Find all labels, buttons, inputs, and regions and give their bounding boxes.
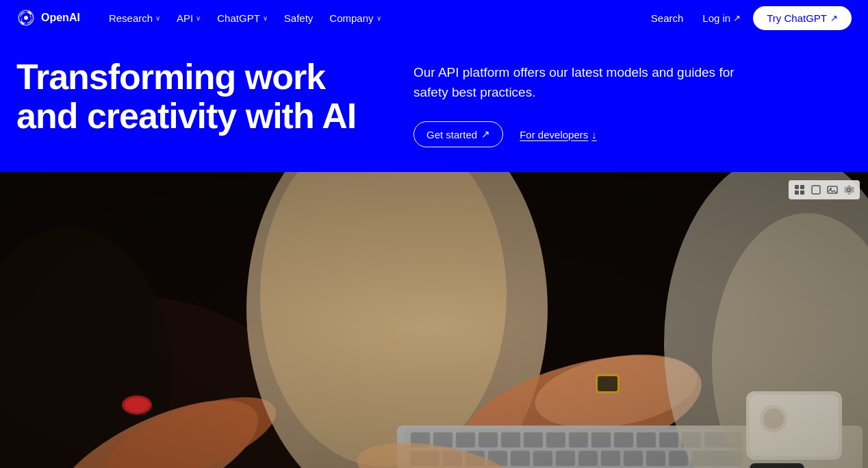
api-chevron-icon: ∨: [196, 14, 201, 22]
nav-company[interactable]: Company ∨: [322, 8, 387, 28]
svg-rect-80: [795, 190, 799, 195]
nav-links: Research ∨ API ∨ ChatGPT ∨ Safety Compan…: [102, 8, 622, 28]
hero-image-svg: [0, 172, 868, 468]
get-started-button[interactable]: Get started ↗: [413, 121, 503, 147]
toolbar-settings-icon[interactable]: [842, 183, 856, 197]
openai-logo-icon: [16, 8, 36, 27]
svg-rect-78: [795, 185, 799, 189]
image-toolbar: [789, 180, 860, 199]
hero-image: [0, 172, 868, 468]
svg-rect-77: [0, 172, 868, 468]
svg-point-0: [24, 16, 28, 20]
hero-left: Transforming work and creativity with AI: [16, 58, 372, 136]
nav-right: Search Log in ↗ Try ChatGPT ↗: [644, 6, 852, 30]
svg-rect-82: [812, 186, 820, 194]
for-devs-arrow-icon: ↓: [591, 129, 597, 140]
try-arrow-icon: ↗: [830, 13, 838, 23]
nav-research[interactable]: Research ∨: [102, 8, 167, 28]
search-button[interactable]: Search: [644, 8, 691, 28]
hero-title: Transforming work and creativity with AI: [16, 58, 372, 136]
for-developers-button[interactable]: For developers ↓: [520, 129, 597, 140]
hero-buttons: Get started ↗ For developers ↓: [413, 121, 824, 147]
svg-rect-79: [800, 185, 804, 189]
hero-description: Our API platform offers our latest model…: [413, 63, 769, 102]
login-arrow-icon: ↗: [733, 13, 741, 23]
logo-link[interactable]: OpenAI: [16, 8, 80, 27]
chatgpt-chevron-icon: ∨: [263, 14, 268, 22]
navbar: OpenAI Research ∨ API ∨ ChatGPT ∨ Safety…: [0, 0, 868, 36]
svg-rect-81: [800, 190, 804, 195]
research-chevron-icon: ∨: [155, 14, 160, 22]
hero-section: Transforming work and creativity with AI…: [0, 36, 868, 172]
svg-point-84: [830, 188, 832, 190]
toolbar-grid-icon[interactable]: [793, 183, 806, 197]
brand-name: OpenAI: [41, 12, 80, 24]
nav-api[interactable]: API ∨: [170, 8, 207, 28]
nav-chatgpt[interactable]: ChatGPT ∨: [210, 8, 275, 28]
try-chatgpt-button[interactable]: Try ChatGPT ↗: [753, 6, 852, 30]
company-chevron-icon: ∨: [376, 14, 381, 22]
login-button[interactable]: Log in ↗: [695, 8, 748, 28]
toolbar-image-icon[interactable]: [826, 183, 839, 197]
hero-right: Our API platform offers our latest model…: [413, 58, 824, 147]
get-started-arrow-icon: ↗: [481, 128, 490, 140]
nav-safety[interactable]: Safety: [277, 8, 320, 28]
toolbar-square-icon[interactable]: [809, 183, 823, 197]
hero-image-section: [0, 172, 868, 468]
